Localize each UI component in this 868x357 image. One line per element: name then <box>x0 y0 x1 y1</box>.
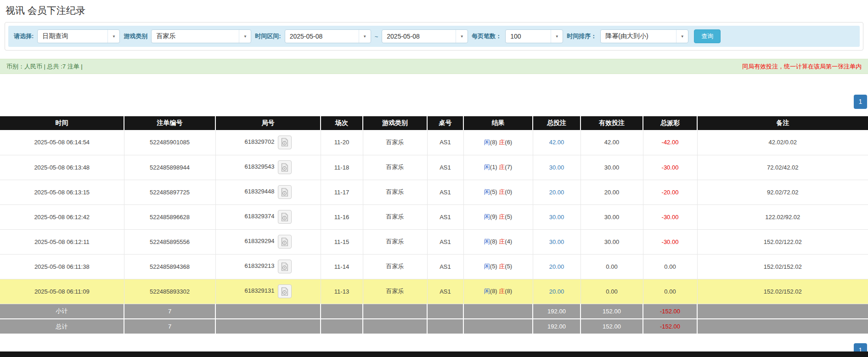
valid-bet-note-text: 同局有效投注，统一计算在该局第一张注单内 <box>742 62 862 71</box>
column-header: 备注 <box>697 116 868 130</box>
video-replay-icon-button[interactable] <box>278 260 292 273</box>
game-cell: 百家乐 <box>363 204 427 229</box>
query-type-value: 日期查询 <box>38 32 107 40</box>
round-number: 618329702 <box>244 138 274 145</box>
valid-bet-cell: 42.00 <box>581 130 643 155</box>
video-replay-icon-button[interactable] <box>278 284 292 298</box>
game-cell: 百家乐 <box>363 254 427 279</box>
game-cell: 百家乐 <box>363 180 427 204</box>
column-header: 场次 <box>321 116 363 130</box>
valid-bet-cell: 20.00 <box>581 180 643 204</box>
session-cell: 11-14 <box>321 254 363 279</box>
session-cell: 11-20 <box>321 130 363 155</box>
result-banker-score: (5) <box>505 263 512 270</box>
video-replay-icon-button[interactable] <box>278 235 292 249</box>
session-cell: 11-18 <box>321 155 363 180</box>
page-size-label: 每页笔数： <box>472 32 502 40</box>
table-row: 2025-05-08 06:12:42522485896628618329374… <box>0 204 868 229</box>
pagination-page-1[interactable]: 1 <box>854 95 867 109</box>
page-title: 视讯 会员下注纪录 <box>6 4 868 17</box>
result-banker-score: (4) <box>505 238 512 245</box>
total-bet-cell: 20.00 <box>533 180 581 204</box>
video-replay-icon-button[interactable] <box>278 210 292 224</box>
result-player-score: (8) <box>490 238 497 245</box>
total-bet-link[interactable]: 20.00 <box>549 189 564 196</box>
video-replay-icon-button[interactable] <box>278 185 292 199</box>
column-header: 局号 <box>215 116 321 130</box>
page-size-value: 100 <box>506 33 551 40</box>
session-cell <box>321 319 363 334</box>
date-to-value: 2025-05-08 <box>382 33 456 40</box>
valid-bet-cell: 0.00 <box>581 279 643 304</box>
session-cell: 11-15 <box>321 229 363 254</box>
video-file-icon <box>281 163 288 172</box>
valid-bet-cell: 30.00 <box>581 204 643 229</box>
bet-id-cell: 522485898944 <box>124 155 215 180</box>
page-size-select[interactable]: 100 ▼ <box>505 29 563 43</box>
result-player-label: 闲 <box>484 263 490 270</box>
date-from-select[interactable]: 2025-05-08 ▼ <box>285 29 371 43</box>
session-cell <box>321 304 363 319</box>
round-cell: 618329543 <box>215 155 321 180</box>
date-from-value: 2025-05-08 <box>285 33 359 40</box>
total-bet-link[interactable]: 20.00 <box>549 263 564 270</box>
table-row: 2025-05-08 06:11:38522485894368618329213… <box>0 254 868 279</box>
query-type-select[interactable]: 日期查询 ▼ <box>37 29 120 43</box>
time-cell: 2025-05-08 06:13:48 <box>0 155 124 180</box>
bet-id-cell: 522485896628 <box>124 204 215 229</box>
table-no-cell: AS1 <box>427 254 463 279</box>
column-header: 游戏类别 <box>363 116 427 130</box>
game-cell: 百家乐 <box>363 229 427 254</box>
result-cell: 闲(8) 庄(8) <box>463 279 533 304</box>
column-header: 时间 <box>0 116 124 130</box>
total-bet-link[interactable]: 42.00 <box>549 139 564 146</box>
table-row: 2025-05-08 06:12:11522485895556618329294… <box>0 229 868 254</box>
game-cell: 百家乐 <box>363 279 427 304</box>
chevron-down-icon: ▼ <box>456 30 468 43</box>
video-replay-icon-button[interactable] <box>278 136 292 149</box>
bet-id-cell: 7 <box>124 304 215 319</box>
total-bet-cell: 30.00 <box>533 155 581 180</box>
result-banker-score: (7) <box>505 164 512 170</box>
payout-cell: -152.00 <box>643 319 697 334</box>
total-bet-link[interactable]: 30.00 <box>549 164 564 171</box>
game-type-select[interactable]: 百家乐 ▼ <box>151 29 251 43</box>
search-button[interactable]: 查询 <box>694 29 721 43</box>
video-file-icon <box>281 262 288 271</box>
result-banker-label: 庄 <box>499 213 505 220</box>
column-header: 总投注 <box>533 116 581 130</box>
note-cell: 72.02/42.02 <box>697 155 868 180</box>
filter-panel: 请选择: 日期查询 ▼ 游戏类别 百家乐 ▼ 时间区间: 2025-05-08 … <box>5 22 863 51</box>
time-cell: 2025-05-08 06:13:15 <box>0 180 124 204</box>
payout-cell: 0.00 <box>643 279 697 304</box>
valid-bet-cell: 30.00 <box>581 229 643 254</box>
note-cell: 92.02/72.02 <box>697 180 868 204</box>
table-row: 2025-05-08 06:13:15522485897725618329448… <box>0 180 868 204</box>
result-cell: 闲(9) 庄(5) <box>463 204 533 229</box>
date-to-select[interactable]: 2025-05-08 ▼ <box>382 29 468 43</box>
total-bet-link[interactable]: 30.00 <box>549 214 564 221</box>
result-player-score: (8) <box>490 288 497 295</box>
chevron-down-icon: ▼ <box>239 30 251 43</box>
summary-bar: 币别：人民币 | 总共 :7 注单 | 同局有效投注，统一计算在该局第一张注单内 <box>0 59 868 74</box>
session-cell: 11-13 <box>321 279 363 304</box>
payout-cell: -30.00 <box>643 155 697 180</box>
result-player-score: (1) <box>490 164 497 170</box>
video-replay-icon-button[interactable] <box>278 160 292 174</box>
query-type-label: 请选择: <box>14 32 34 40</box>
round-number: 618329213 <box>244 262 274 269</box>
session-cell: 11-17 <box>321 180 363 204</box>
payout-cell: -20.00 <box>643 180 697 204</box>
time-sort-select[interactable]: 降幂(由大到小) ▼ <box>600 29 688 43</box>
result-banker-score: (8) <box>505 288 512 295</box>
note-cell <box>697 319 868 334</box>
round-number: 618329543 <box>244 163 274 170</box>
time-cell: 2025-05-08 06:11:09 <box>0 279 124 304</box>
payout-cell: -30.00 <box>643 229 697 254</box>
bet-id-cell: 7 <box>124 319 215 334</box>
total-bet-link[interactable]: 30.00 <box>549 238 564 245</box>
total-bet-link[interactable]: 20.00 <box>549 288 564 295</box>
time-cell: 2025-05-08 06:12:42 <box>0 204 124 229</box>
total-bet-cell: 30.00 <box>533 229 581 254</box>
time-cell: 2025-05-08 06:11:38 <box>0 254 124 279</box>
